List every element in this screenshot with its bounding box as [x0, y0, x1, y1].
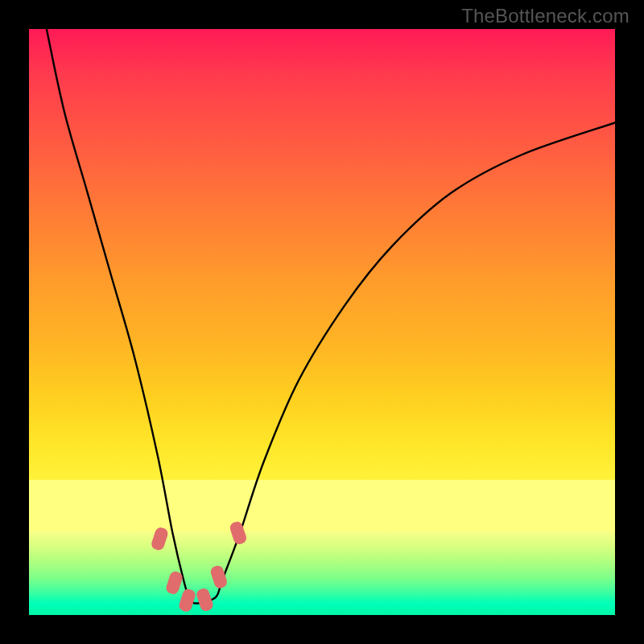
curve-marker [178, 588, 197, 613]
curve-marker [209, 564, 229, 590]
curve-markers [150, 520, 247, 613]
curve-marker [150, 526, 169, 552]
curve-line [47, 29, 615, 604]
plot-area [29, 29, 615, 615]
chart-frame: TheBottleneck.com [0, 0, 644, 644]
curve-marker [195, 587, 214, 613]
curve-marker [229, 520, 248, 546]
watermark-text: TheBottleneck.com [461, 5, 630, 27]
chart-svg [29, 29, 615, 615]
